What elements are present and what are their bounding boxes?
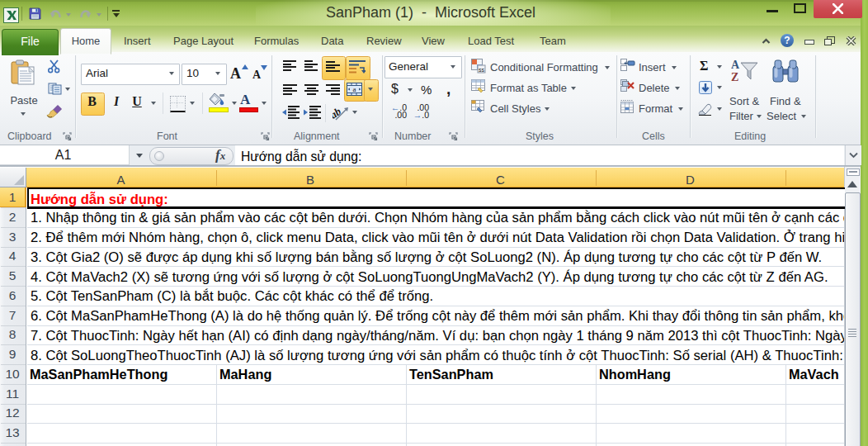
svg-text:a: a bbox=[353, 85, 356, 93]
svg-text:Z: Z bbox=[731, 71, 738, 83]
svg-text:A: A bbox=[731, 59, 740, 71]
svg-text:ss: ss bbox=[479, 67, 485, 73]
